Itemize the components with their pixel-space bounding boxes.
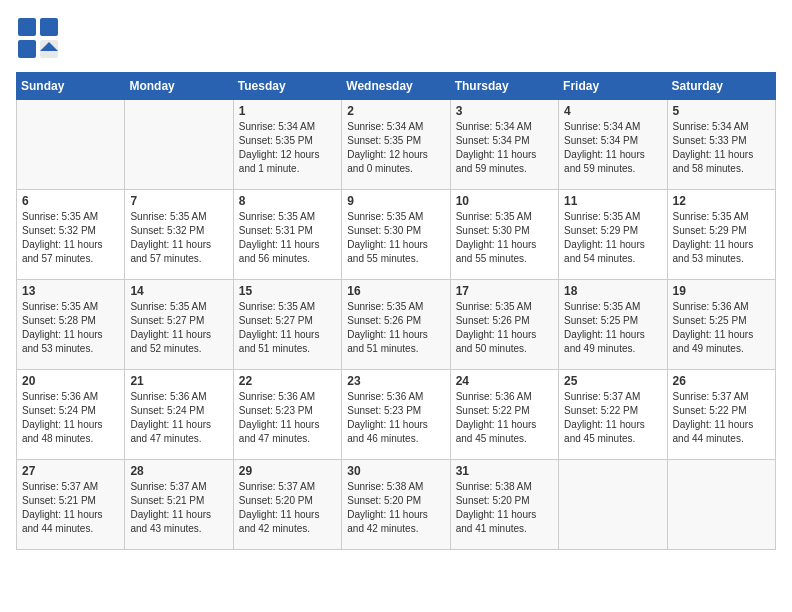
calendar-cell: 25Sunrise: 5:37 AM Sunset: 5:22 PM Dayli…	[559, 370, 667, 460]
calendar-week-3: 13Sunrise: 5:35 AM Sunset: 5:28 PM Dayli…	[17, 280, 776, 370]
day-number: 18	[564, 284, 661, 298]
header-tuesday: Tuesday	[233, 73, 341, 100]
day-number: 24	[456, 374, 553, 388]
header-sunday: Sunday	[17, 73, 125, 100]
calendar-cell: 28Sunrise: 5:37 AM Sunset: 5:21 PM Dayli…	[125, 460, 233, 550]
day-number: 19	[673, 284, 770, 298]
cell-info: Sunrise: 5:37 AM Sunset: 5:21 PM Dayligh…	[130, 480, 227, 536]
day-number: 16	[347, 284, 444, 298]
calendar-cell: 5Sunrise: 5:34 AM Sunset: 5:33 PM Daylig…	[667, 100, 775, 190]
calendar-cell: 7Sunrise: 5:35 AM Sunset: 5:32 PM Daylig…	[125, 190, 233, 280]
calendar-cell: 9Sunrise: 5:35 AM Sunset: 5:30 PM Daylig…	[342, 190, 450, 280]
day-number: 30	[347, 464, 444, 478]
calendar-cell: 4Sunrise: 5:34 AM Sunset: 5:34 PM Daylig…	[559, 100, 667, 190]
day-number: 20	[22, 374, 119, 388]
day-number: 8	[239, 194, 336, 208]
calendar-table: SundayMondayTuesdayWednesdayThursdayFrid…	[16, 72, 776, 550]
calendar-cell: 27Sunrise: 5:37 AM Sunset: 5:21 PM Dayli…	[17, 460, 125, 550]
cell-info: Sunrise: 5:37 AM Sunset: 5:22 PM Dayligh…	[564, 390, 661, 446]
day-number: 6	[22, 194, 119, 208]
calendar-cell: 12Sunrise: 5:35 AM Sunset: 5:29 PM Dayli…	[667, 190, 775, 280]
calendar-cell: 17Sunrise: 5:35 AM Sunset: 5:26 PM Dayli…	[450, 280, 558, 370]
svg-rect-0	[18, 18, 36, 36]
cell-info: Sunrise: 5:36 AM Sunset: 5:24 PM Dayligh…	[130, 390, 227, 446]
calendar-week-4: 20Sunrise: 5:36 AM Sunset: 5:24 PM Dayli…	[17, 370, 776, 460]
cell-info: Sunrise: 5:36 AM Sunset: 5:23 PM Dayligh…	[347, 390, 444, 446]
day-number: 4	[564, 104, 661, 118]
cell-info: Sunrise: 5:36 AM Sunset: 5:24 PM Dayligh…	[22, 390, 119, 446]
cell-info: Sunrise: 5:35 AM Sunset: 5:32 PM Dayligh…	[22, 210, 119, 266]
calendar-cell: 13Sunrise: 5:35 AM Sunset: 5:28 PM Dayli…	[17, 280, 125, 370]
header-saturday: Saturday	[667, 73, 775, 100]
calendar-week-2: 6Sunrise: 5:35 AM Sunset: 5:32 PM Daylig…	[17, 190, 776, 280]
calendar-cell: 8Sunrise: 5:35 AM Sunset: 5:31 PM Daylig…	[233, 190, 341, 280]
day-number: 5	[673, 104, 770, 118]
cell-info: Sunrise: 5:36 AM Sunset: 5:22 PM Dayligh…	[456, 390, 553, 446]
calendar-cell	[125, 100, 233, 190]
logo	[16, 16, 64, 60]
day-number: 29	[239, 464, 336, 478]
day-number: 1	[239, 104, 336, 118]
header-wednesday: Wednesday	[342, 73, 450, 100]
calendar-cell: 24Sunrise: 5:36 AM Sunset: 5:22 PM Dayli…	[450, 370, 558, 460]
cell-info: Sunrise: 5:35 AM Sunset: 5:26 PM Dayligh…	[347, 300, 444, 356]
day-number: 7	[130, 194, 227, 208]
calendar-cell: 20Sunrise: 5:36 AM Sunset: 5:24 PM Dayli…	[17, 370, 125, 460]
cell-info: Sunrise: 5:35 AM Sunset: 5:27 PM Dayligh…	[130, 300, 227, 356]
day-number: 14	[130, 284, 227, 298]
calendar-cell: 18Sunrise: 5:35 AM Sunset: 5:25 PM Dayli…	[559, 280, 667, 370]
cell-info: Sunrise: 5:34 AM Sunset: 5:34 PM Dayligh…	[564, 120, 661, 176]
day-number: 3	[456, 104, 553, 118]
cell-info: Sunrise: 5:36 AM Sunset: 5:25 PM Dayligh…	[673, 300, 770, 356]
cell-info: Sunrise: 5:34 AM Sunset: 5:34 PM Dayligh…	[456, 120, 553, 176]
calendar-cell: 2Sunrise: 5:34 AM Sunset: 5:35 PM Daylig…	[342, 100, 450, 190]
calendar-cell: 23Sunrise: 5:36 AM Sunset: 5:23 PM Dayli…	[342, 370, 450, 460]
cell-info: Sunrise: 5:35 AM Sunset: 5:29 PM Dayligh…	[564, 210, 661, 266]
cell-info: Sunrise: 5:35 AM Sunset: 5:32 PM Dayligh…	[130, 210, 227, 266]
page-header	[16, 16, 776, 60]
calendar-cell	[559, 460, 667, 550]
cell-info: Sunrise: 5:38 AM Sunset: 5:20 PM Dayligh…	[456, 480, 553, 536]
calendar-week-5: 27Sunrise: 5:37 AM Sunset: 5:21 PM Dayli…	[17, 460, 776, 550]
day-number: 27	[22, 464, 119, 478]
calendar-cell: 11Sunrise: 5:35 AM Sunset: 5:29 PM Dayli…	[559, 190, 667, 280]
cell-info: Sunrise: 5:35 AM Sunset: 5:29 PM Dayligh…	[673, 210, 770, 266]
header-monday: Monday	[125, 73, 233, 100]
cell-info: Sunrise: 5:35 AM Sunset: 5:27 PM Dayligh…	[239, 300, 336, 356]
cell-info: Sunrise: 5:34 AM Sunset: 5:35 PM Dayligh…	[239, 120, 336, 176]
calendar-cell: 6Sunrise: 5:35 AM Sunset: 5:32 PM Daylig…	[17, 190, 125, 280]
calendar-cell: 19Sunrise: 5:36 AM Sunset: 5:25 PM Dayli…	[667, 280, 775, 370]
day-number: 10	[456, 194, 553, 208]
header-thursday: Thursday	[450, 73, 558, 100]
cell-info: Sunrise: 5:37 AM Sunset: 5:21 PM Dayligh…	[22, 480, 119, 536]
day-number: 12	[673, 194, 770, 208]
day-number: 11	[564, 194, 661, 208]
day-number: 25	[564, 374, 661, 388]
logo-icon	[16, 16, 60, 60]
calendar-cell: 21Sunrise: 5:36 AM Sunset: 5:24 PM Dayli…	[125, 370, 233, 460]
calendar-cell	[667, 460, 775, 550]
calendar-header-row: SundayMondayTuesdayWednesdayThursdayFrid…	[17, 73, 776, 100]
header-friday: Friday	[559, 73, 667, 100]
day-number: 13	[22, 284, 119, 298]
calendar-cell: 30Sunrise: 5:38 AM Sunset: 5:20 PM Dayli…	[342, 460, 450, 550]
calendar-cell	[17, 100, 125, 190]
calendar-cell: 22Sunrise: 5:36 AM Sunset: 5:23 PM Dayli…	[233, 370, 341, 460]
calendar-cell: 10Sunrise: 5:35 AM Sunset: 5:30 PM Dayli…	[450, 190, 558, 280]
calendar-cell: 1Sunrise: 5:34 AM Sunset: 5:35 PM Daylig…	[233, 100, 341, 190]
calendar-cell: 14Sunrise: 5:35 AM Sunset: 5:27 PM Dayli…	[125, 280, 233, 370]
calendar-cell: 29Sunrise: 5:37 AM Sunset: 5:20 PM Dayli…	[233, 460, 341, 550]
calendar-cell: 3Sunrise: 5:34 AM Sunset: 5:34 PM Daylig…	[450, 100, 558, 190]
calendar-week-1: 1Sunrise: 5:34 AM Sunset: 5:35 PM Daylig…	[17, 100, 776, 190]
calendar-cell: 15Sunrise: 5:35 AM Sunset: 5:27 PM Dayli…	[233, 280, 341, 370]
day-number: 9	[347, 194, 444, 208]
svg-rect-1	[40, 18, 58, 36]
cell-info: Sunrise: 5:35 AM Sunset: 5:28 PM Dayligh…	[22, 300, 119, 356]
cell-info: Sunrise: 5:35 AM Sunset: 5:30 PM Dayligh…	[347, 210, 444, 266]
cell-info: Sunrise: 5:35 AM Sunset: 5:30 PM Dayligh…	[456, 210, 553, 266]
cell-info: Sunrise: 5:35 AM Sunset: 5:25 PM Dayligh…	[564, 300, 661, 356]
day-number: 17	[456, 284, 553, 298]
svg-rect-2	[18, 40, 36, 58]
cell-info: Sunrise: 5:35 AM Sunset: 5:26 PM Dayligh…	[456, 300, 553, 356]
day-number: 23	[347, 374, 444, 388]
